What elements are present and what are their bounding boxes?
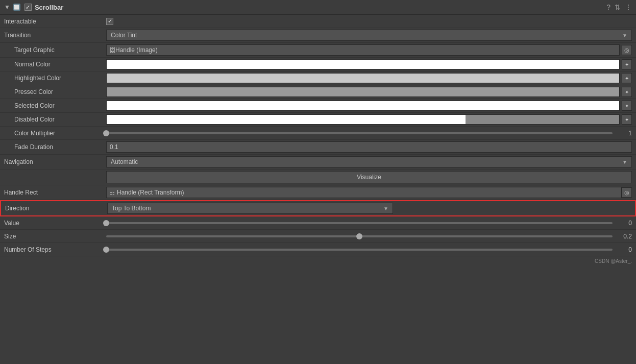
- size-thumb[interactable]: [356, 233, 362, 239]
- component-enable-checkbox[interactable]: [25, 4, 32, 11]
- selected-color-swatch[interactable]: [106, 101, 620, 111]
- value-number: 0: [617, 220, 632, 227]
- chevron-down-icon: ▼: [383, 206, 388, 211]
- rect-transform-icon: ⚏: [110, 189, 115, 196]
- value-slider-container: 0: [106, 220, 632, 227]
- interactable-value: [106, 18, 632, 25]
- pressed-color-row: Pressed Color ✦: [0, 85, 636, 99]
- handle-rect-select-btn[interactable]: ◎: [622, 187, 632, 198]
- collapse-arrow-icon[interactable]: ▼: [4, 4, 10, 11]
- transition-label: Transition: [4, 32, 106, 39]
- fade-duration-row: Fade Duration: [0, 140, 636, 155]
- handle-rect-text: Handle (Rect Transform): [117, 189, 184, 196]
- size-slider[interactable]: [106, 235, 613, 237]
- selected-color-row: Selected Color ✦: [0, 99, 636, 113]
- handle-rect-value: ⚏ Handle (Rect Transform) ◎: [106, 187, 632, 198]
- interactable-row: Interactable: [0, 15, 636, 28]
- target-graphic-label: Target Graphic: [4, 46, 106, 54]
- transition-dropdown[interactable]: Color Tint ▼: [106, 30, 632, 41]
- target-graphic-text: Handle (Image): [115, 46, 158, 54]
- component-title: Scrollbar: [35, 4, 603, 11]
- navigation-dropdown-value: Automatic: [111, 158, 138, 165]
- help-icon[interactable]: ?: [606, 3, 610, 11]
- pressed-color-swatch[interactable]: [106, 87, 620, 97]
- color-multiplier-number: 1: [617, 130, 632, 137]
- color-multiplier-thumb[interactable]: [103, 130, 109, 136]
- normal-color-eyedropper[interactable]: ✦: [622, 59, 632, 69]
- header-icons: ? ⇅ ⋮: [606, 3, 632, 11]
- color-multiplier-value: 1: [106, 130, 632, 137]
- normal-color-label: Normal Color: [4, 61, 106, 68]
- highlighted-color-label: Highlighted Color: [4, 75, 106, 82]
- navigation-row: Navigation Automatic ▼: [0, 155, 636, 169]
- direction-dropdown-value: Top To Bottom: [112, 205, 151, 212]
- eyedropper-icon: ✦: [625, 62, 629, 67]
- number-of-steps-row: Number Of Steps 0: [0, 243, 636, 256]
- fade-duration-label: Fade Duration: [4, 143, 106, 151]
- target-graphic-field[interactable]: 🖼 Handle (Image): [106, 44, 620, 56]
- chevron-down-icon: ▼: [622, 159, 627, 165]
- number-of-steps-slider[interactable]: [106, 249, 613, 251]
- highlighted-color-swatch[interactable]: [106, 73, 620, 83]
- value-label: Value: [4, 220, 106, 227]
- image-icon: 🖼: [110, 47, 115, 53]
- footer: CSDN @Aster_.: [0, 256, 636, 266]
- disabled-color-eyedropper[interactable]: ✦: [622, 114, 632, 125]
- eyedropper-icon: ✦: [625, 103, 629, 109]
- size-number: 0.2: [617, 233, 632, 240]
- navigation-dropdown[interactable]: Automatic ▼: [106, 156, 632, 167]
- value-slider[interactable]: [106, 222, 613, 224]
- normal-color-row: Normal Color ✦: [0, 58, 636, 71]
- transition-dropdown-value: Color Tint: [111, 32, 137, 39]
- settings-icon[interactable]: ⇅: [615, 3, 621, 11]
- scrollbar-panel: ▼ ⬜ Scrollbar ? ⇅ ⋮ Interactable Transit…: [0, 0, 636, 266]
- number-of-steps-label: Number Of Steps: [4, 246, 106, 253]
- number-of-steps-thumb[interactable]: [103, 247, 109, 253]
- highlighted-color-value: ✦: [106, 73, 632, 83]
- handle-rect-field[interactable]: ⚏ Handle (Rect Transform): [106, 187, 622, 198]
- chevron-down-icon: ▼: [622, 33, 627, 38]
- transition-value: Color Tint ▼: [106, 30, 632, 41]
- selected-color-value: ✦: [106, 101, 632, 111]
- target-graphic-value: 🖼 Handle (Image) ◎: [106, 44, 632, 56]
- more-icon[interactable]: ⋮: [625, 3, 632, 11]
- selected-color-label: Selected Color: [4, 102, 106, 109]
- radio-dot-icon: ◎: [624, 47, 629, 54]
- disabled-color-row: Disabled Color ✦: [0, 113, 636, 127]
- selected-color-eyedropper[interactable]: ✦: [622, 101, 632, 111]
- target-graphic-row: Target Graphic 🖼 Handle (Image) ◎: [0, 43, 636, 58]
- handle-rect-label: Handle Rect: [4, 189, 106, 196]
- size-label: Size: [4, 233, 106, 240]
- interactable-label: Interactable: [4, 18, 106, 25]
- number-of-steps-slider-container: 0: [106, 246, 632, 253]
- direction-value: Top To Bottom ▼: [107, 203, 631, 214]
- fade-duration-value: [106, 141, 632, 153]
- direction-row: Direction Top To Bottom ▼: [0, 200, 636, 216]
- navigation-value: Automatic ▼: [106, 156, 632, 167]
- size-row: Size 0.2: [0, 230, 636, 243]
- value-thumb[interactable]: [103, 220, 109, 226]
- color-multiplier-row: Color Multiplier 1: [0, 127, 636, 140]
- normal-color-swatch[interactable]: [106, 59, 620, 69]
- fade-duration-input[interactable]: [106, 141, 632, 153]
- footer-text: CSDN @Aster_.: [595, 258, 632, 264]
- number-of-steps-number: 0: [617, 246, 632, 253]
- direction-dropdown[interactable]: Top To Bottom ▼: [107, 203, 393, 214]
- pressed-color-eyedropper[interactable]: ✦: [622, 87, 632, 97]
- disabled-color-label: Disabled Color: [4, 116, 106, 123]
- size-slider-container: 0.2: [106, 233, 632, 240]
- eyedropper-icon: ✦: [625, 76, 629, 81]
- color-multiplier-label: Color Multiplier: [4, 130, 106, 137]
- visualize-button[interactable]: Visualize: [106, 171, 632, 183]
- navigation-label: Navigation: [4, 158, 106, 165]
- component-icon: ⬜: [13, 4, 20, 11]
- target-graphic-select-btn[interactable]: ◎: [622, 45, 632, 55]
- disabled-color-value: ✦: [106, 114, 632, 125]
- pressed-color-value: ✦: [106, 87, 632, 97]
- color-multiplier-slider[interactable]: [106, 132, 613, 134]
- eyedropper-icon: ✦: [625, 117, 629, 123]
- interactable-checkbox[interactable]: [106, 18, 113, 25]
- visualize-row: Visualize: [0, 169, 636, 185]
- highlighted-color-eyedropper[interactable]: ✦: [622, 73, 632, 83]
- disabled-color-swatch[interactable]: [106, 114, 620, 125]
